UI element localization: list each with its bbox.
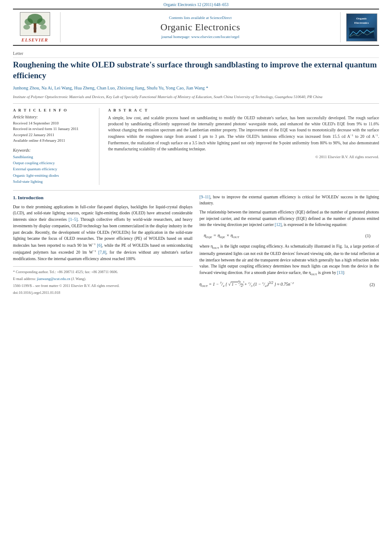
- intro-para-2: [9–11], how to improve the external quan…: [200, 194, 379, 207]
- email-label: E-mail address:: [13, 277, 37, 281]
- article-history: Article history: Received 14 September 2…: [13, 115, 93, 144]
- keyword-1: Sandblasting: [13, 154, 93, 160]
- equation-1-formula: ηEQE = ηIQE × ηOUT: [204, 232, 239, 240]
- paper-title: Roughening the white OLED substrate's su…: [13, 60, 379, 81]
- footnote-issn: 1566-1199/$ – see front matter © 2011 El…: [13, 283, 193, 289]
- abstract-text: A simple, low cost, and scalable process…: [108, 115, 379, 153]
- journal-homepage: journal homepage: www.elsevier.com/locat…: [161, 35, 239, 39]
- cover-title: OrganicElectronics: [354, 16, 370, 25]
- journal-citation: Organic Electronics 12 (2011) 648–653: [163, 3, 228, 7]
- keywords-section: Keywords: Sandblasting Output coupling e…: [13, 148, 93, 185]
- sciencedirect-link: Contents lists available at ScienceDirec…: [169, 16, 232, 20]
- body-content: 1. Introduction Due to their promising a…: [13, 194, 379, 297]
- footnote-corresponding: * Corresponding author. Tel.: +86 208711…: [13, 269, 193, 275]
- svg-point-6: [40, 25, 46, 30]
- svg-point-2: [24, 18, 32, 25]
- article-info-header: A R T I C L E I N F O: [13, 108, 93, 112]
- email-attribution: (J. Wang).: [70, 277, 86, 281]
- copyright-notice: © 2011 Elsevier B.V. All rights reserved…: [108, 155, 379, 159]
- publisher-logo-area: ELSEVIER: [13, 12, 61, 42]
- received-date: Received 14 September 2010: [13, 121, 93, 127]
- accepted-date: Accepted 22 January 2011: [13, 132, 93, 138]
- page-container: Organic Electronics 12 (2011) 648–653: [0, 0, 392, 535]
- equation-2-block: ηOUT = 1 − 3/4 { √ 1 − 1/n² + 1/3 (1 − 1…: [200, 280, 375, 289]
- keyword-4: Organic light-emitting diodes: [13, 172, 93, 178]
- svg-point-5: [23, 25, 30, 30]
- email-address: jianwang@scut.edu.cn: [37, 277, 70, 281]
- article-type-label: Letter: [13, 51, 379, 58]
- intro-section-title: 1. Introduction: [13, 194, 193, 201]
- main-content: Letter Roughening the white OLED substra…: [0, 46, 392, 302]
- footnote-area: * Corresponding author. Tel.: +86 208711…: [13, 266, 193, 295]
- keyword-5: Solid-state lighting: [13, 178, 93, 185]
- section-divider: [13, 190, 379, 191]
- journal-header: ELSEVIER Contents lists available at Sci…: [13, 9, 379, 46]
- footnote-doi: doi:10.1016/j.orgel.2011.01.018: [13, 290, 193, 296]
- keyword-2: Output coupling efficiency: [13, 160, 93, 166]
- revised-date: Received in revised form 11 January 2011: [13, 126, 93, 132]
- footnotes: * Corresponding author. Tel.: +86 208711…: [13, 266, 193, 295]
- footnote-email: E-mail address: jianwang@scut.edu.cn (J.…: [13, 276, 193, 282]
- abstract-header: A B S T R A C T: [108, 108, 379, 112]
- history-label: Article history:: [13, 115, 93, 119]
- equation-1-block: ηEQE = ηIQE × ηOUT (1): [204, 232, 371, 240]
- article-info-col: A R T I C L E I N F O Article history: R…: [13, 108, 99, 185]
- available-date: Available online 4 February 2011: [13, 138, 93, 144]
- svg-rect-9: [350, 28, 374, 38]
- authors-list: Junhong Zhou, Na Ai, Lei Wang, Hua Zheng…: [13, 85, 379, 92]
- intro-para-1: Due to their promising applications in f…: [13, 204, 193, 262]
- journal-title-area: Contents lists available at ScienceDirec…: [61, 12, 340, 42]
- elsevier-logo: ELSEVIER: [20, 12, 50, 42]
- intro-para-4: where ηOUT is the light output coupling …: [200, 243, 379, 277]
- authors-text: Junhong Zhou, Na Ai, Lei Wang, Hua Zheng…: [13, 86, 208, 90]
- journal-citation-bar: Organic Electronics 12 (2011) 648–653: [0, 0, 392, 9]
- body-col-right: [9–11], how to improve the external quan…: [200, 194, 379, 297]
- keywords-label: Keywords:: [13, 148, 93, 153]
- journal-cover-image: OrganicElectronics: [346, 13, 377, 41]
- journal-title: Organic Electronics: [160, 22, 240, 33]
- intro-para-3: The relationship between the internal qu…: [200, 209, 379, 228]
- abstract-col: A B S T R A C T A simple, low cost, and …: [108, 108, 379, 185]
- body-col-left: 1. Introduction Due to their promising a…: [13, 194, 193, 297]
- equation-1-number: (1): [365, 232, 370, 239]
- equation-2-number: (2): [370, 281, 375, 288]
- journal-cover-area: OrganicElectronics: [340, 12, 379, 42]
- affiliation-text: Institute of Polymer Optoelectronic Mate…: [13, 94, 379, 104]
- elsevier-label: ELSEVIER: [22, 37, 48, 42]
- keyword-3: External quantum efficiency: [13, 166, 93, 172]
- svg-point-7: [33, 27, 37, 30]
- equation-2-formula: ηOUT = 1 − 3/4 { √ 1 − 1/n² + 1/3 (1 − 1…: [200, 280, 294, 289]
- svg-point-3: [37, 18, 45, 25]
- info-abstract-section: A R T I C L E I N F O Article history: R…: [13, 108, 379, 185]
- elsevier-logo-image: [20, 12, 50, 36]
